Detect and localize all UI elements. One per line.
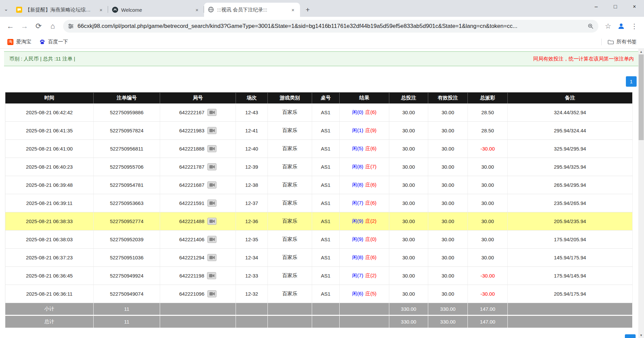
result-banker: 庄(6): [365, 254, 377, 260]
table-row[interactable]: 2025-08-21 06:37:23 522750951036 6422212…: [5, 249, 633, 267]
table-row[interactable]: 2025-08-21 06:42:42 522750959886 6422221…: [5, 103, 633, 122]
bottom-pagination-fragment[interactable]: [625, 334, 636, 338]
all-bookmarks-button[interactable]: 所有书签: [605, 37, 639, 46]
currency-summary-text: 币别 : 人民币 | 总共 :11 注单 |: [9, 56, 75, 62]
refresh-icon[interactable]: ⟳: [32, 20, 45, 33]
address-bar[interactable]: 66cxkj98.com/ipl/portal.php/game/betreco…: [63, 20, 598, 33]
cell-bet-id: 522750952774: [94, 212, 160, 230]
cell-total-bet: 30.00: [389, 285, 428, 303]
cell-valid-bet: 30.00: [428, 158, 468, 176]
result-player: 闲(1): [352, 127, 363, 133]
table-row[interactable]: 2025-08-21 06:36:11 522750949074 6422210…: [5, 285, 633, 303]
page-1-button[interactable]: 1: [626, 76, 637, 87]
cell-note: 265.94/295.94: [508, 176, 633, 194]
cell-result: 闲(1)庄(9): [340, 122, 389, 140]
tab-search-chevron-icon[interactable]: ⌄: [0, 2, 12, 16]
cell-valid-bet: 30.00: [428, 122, 468, 140]
bet-records-table: 时间 注单编号 局号 场次 游戏类别 桌号 结果 总投注 有效投注 总派彩 备注…: [5, 92, 633, 328]
scroll-down-icon[interactable]: ▼: [638, 332, 644, 338]
site-settings-tune-icon[interactable]: [68, 23, 74, 29]
table-row[interactable]: 2025-08-21 06:39:11 522750953663 6422215…: [5, 194, 633, 212]
cell-game-type: 百家乐: [268, 230, 312, 249]
table-row[interactable]: 2025-08-21 06:41:35 522750957824 6422219…: [5, 122, 633, 140]
table-row[interactable]: 2025-08-21 06:36:45 522750949924 6422211…: [5, 267, 633, 285]
table-row[interactable]: 2025-08-21 06:41:00 522750956811 6422218…: [5, 140, 633, 158]
subtotal-empty: [340, 303, 389, 315]
video-replay-icon[interactable]: [207, 181, 216, 188]
back-icon[interactable]: ←: [4, 20, 17, 33]
maximize-button[interactable]: □: [606, 0, 625, 13]
round-number: 642221488: [179, 218, 204, 224]
col-time: 时间: [5, 92, 94, 103]
result-player: 闲(8): [352, 164, 363, 169]
bookmark-star-icon[interactable]: ☆: [602, 20, 614, 32]
cell-round: 642222167: [160, 103, 236, 122]
tab-bet-records[interactable]: :::视讯 会员下注纪录::: ×: [204, 3, 300, 17]
video-replay-icon[interactable]: [207, 254, 216, 261]
scroll-up-icon[interactable]: ▲: [638, 49, 644, 54]
cell-result: 闲(8)庄(6): [340, 176, 389, 194]
bookmark-taobao[interactable]: 淘 爱淘宝: [5, 37, 34, 46]
cell-valid-bet: 30.00: [428, 230, 468, 249]
video-replay-icon[interactable]: [207, 109, 216, 116]
video-replay-icon[interactable]: [207, 163, 216, 170]
cell-round: 642221488: [160, 212, 236, 230]
cell-payout: 30.00: [468, 249, 508, 267]
zoom-icon[interactable]: [588, 23, 594, 29]
cell-bet-id: 522750956811: [94, 140, 160, 158]
cell-table: AS1: [312, 194, 340, 212]
table-row[interactable]: 2025-08-21 06:38:03 522750952039 6422214…: [5, 230, 633, 249]
tab-welcome[interactable]: Welcome ×: [108, 3, 204, 17]
video-replay-icon[interactable]: [207, 200, 216, 207]
forward-icon[interactable]: →: [18, 20, 31, 33]
subtotal-valid-bet: 330.00: [428, 303, 468, 315]
scrollbar[interactable]: ▲ ▼: [638, 49, 644, 338]
cell-round: 642221687: [160, 176, 236, 194]
cell-time: 2025-08-21 06:39:48: [5, 176, 94, 194]
home-icon[interactable]: ⌂: [46, 20, 59, 33]
profile-avatar-icon[interactable]: [615, 20, 627, 32]
result-banker: 庄(6): [365, 109, 377, 115]
round-number: 642222167: [179, 110, 204, 115]
browser-menu-icon[interactable]: ⋮: [629, 20, 640, 32]
result-player: 闲(7): [352, 272, 363, 278]
cell-table: AS1: [312, 249, 340, 267]
video-replay-icon[interactable]: [207, 127, 216, 134]
video-replay-icon[interactable]: [207, 290, 216, 297]
col-result: 结果: [340, 92, 389, 103]
cell-game-type: 百家乐: [268, 122, 312, 140]
subtotal-row: 小计 11 330.00 330.00 147.00: [5, 303, 633, 315]
total-total-bet: 330.00: [389, 315, 428, 328]
table-row[interactable]: 2025-08-21 06:39:48 522750954781 6422216…: [5, 176, 633, 194]
video-replay-icon[interactable]: [207, 218, 216, 225]
cell-table: AS1: [312, 103, 340, 122]
cell-valid-bet: 30.00: [428, 103, 468, 122]
url-text: 66cxkj98.com/ipl/portal.php/game/betreco…: [78, 23, 584, 30]
cell-bet-id: 522750954781: [94, 176, 160, 194]
cell-note: 325.94/295.94: [508, 140, 633, 158]
video-replay-icon[interactable]: [207, 272, 216, 279]
table-row[interactable]: 2025-08-21 06:38:33 522750952774 6422214…: [5, 212, 633, 230]
cell-time: 2025-08-21 06:38:33: [5, 212, 94, 230]
result-banker: 庄(7): [365, 164, 377, 169]
bookmark-baidu[interactable]: 百度一下: [37, 37, 71, 46]
cell-valid-bet: 30.00: [428, 285, 468, 303]
minimize-button[interactable]: –: [587, 0, 606, 13]
tab-close-icon[interactable]: ×: [97, 6, 105, 13]
col-game-type: 游戏类别: [268, 92, 312, 103]
cell-note: 205.94/175.94: [508, 285, 633, 303]
tab-close-icon[interactable]: ×: [289, 6, 297, 13]
tab-close-icon[interactable]: ×: [193, 6, 201, 13]
subtotal-label: 小计: [5, 303, 94, 315]
subtotal-empty: [160, 303, 236, 315]
scrollbar-thumb[interactable]: [639, 54, 644, 140]
cell-game-type: 百家乐: [268, 249, 312, 267]
new-tab-button[interactable]: +: [303, 5, 313, 15]
table-row[interactable]: 2025-08-21 06:40:23 522750955706 6422217…: [5, 158, 633, 176]
cell-session: 12-34: [236, 249, 268, 267]
forum-favicon-icon: [16, 7, 22, 13]
video-replay-icon[interactable]: [207, 145, 216, 152]
tab-forum[interactable]: 【新提醒】海燕策略论坛综合交... ×: [12, 3, 108, 17]
close-button[interactable]: ×: [625, 0, 644, 13]
video-replay-icon[interactable]: [207, 236, 216, 243]
